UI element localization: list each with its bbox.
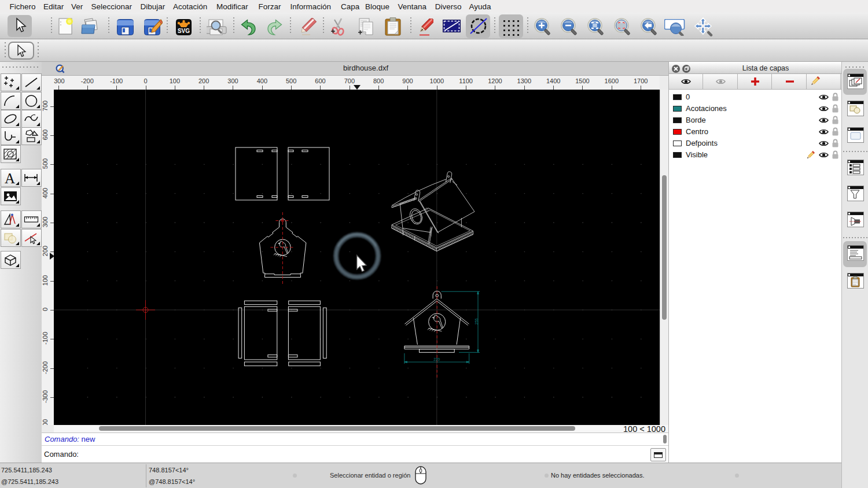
svg-text:SVG: SVG — [178, 28, 190, 34]
svg-text:220: 220 — [433, 357, 440, 361]
svg-text:A: A — [5, 171, 15, 185]
svg-text:255: 255 — [475, 318, 479, 324]
